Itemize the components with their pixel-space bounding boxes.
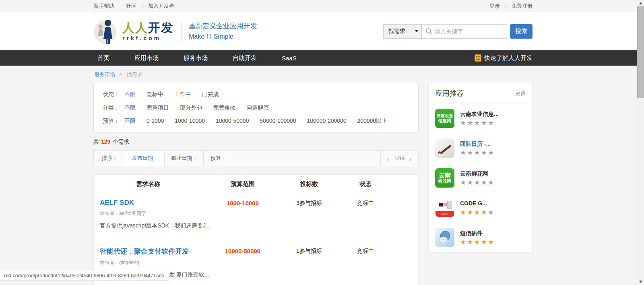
demand-publisher: 发布者：aelf大鱼同学 <box>94 210 396 217</box>
filter-option-unlimited[interactable]: 不限 <box>124 118 136 124</box>
arrow-down-icon: ↓ <box>194 155 197 161</box>
book-icon <box>475 54 481 62</box>
filter-panel: 状态： 不限 竞标中 工作中 已完成 分类： 不限 完整项目 部分外包 完善修改… <box>93 83 419 132</box>
demand-list: 需求名称 预算范围 投标数 状态 AELF SDK 1000-10000 3参与… <box>93 174 419 285</box>
app-icon-team-calendar <box>435 138 454 158</box>
app-icon-text: 鲜花网 <box>438 179 452 184</box>
count-prefix: 共 <box>93 138 99 145</box>
sort-option-publish-date[interactable]: 发布日期 ↓ <box>125 151 164 166</box>
app-icon-text: 信息网 <box>438 118 452 124</box>
main-column: 状态： 不限 竞标中 工作中 已完成 分类： 不限 完整项目 部分外包 完善修改… <box>93 83 419 285</box>
quick-intro-link[interactable]: 快速了解人人开发 <box>475 54 533 62</box>
filter-option-budget-2[interactable]: 1000-10000 <box>175 118 205 124</box>
scrollbar-up-button[interactable] <box>637 0 644 6</box>
filter-option-budget-3[interactable]: 10000-50000 <box>216 118 249 124</box>
sort-option-deadline[interactable]: 截止日期 ↓ <box>164 151 204 166</box>
pen-shape <box>440 145 451 155</box>
app-recommend-title: 应用推荐 <box>435 89 464 98</box>
nav-item-saas[interactable]: SaaS <box>278 55 297 62</box>
qr-code-shape <box>438 202 444 207</box>
header-status: 状态 <box>335 180 396 188</box>
arrow-down-icon: ↓ <box>155 155 157 161</box>
topbar-link-join-developer[interactable]: 加入开发者 <box>148 2 174 10</box>
app-info: 云南农业信息... ★★★★★ <box>460 110 499 127</box>
pagination-next-icon[interactable]: › <box>409 154 412 163</box>
stars-empty: ★ <box>488 209 495 216</box>
app-name: 云南鲜花网 <box>460 170 495 177</box>
sort-option-budget[interactable]: 预算 ↓ <box>203 151 232 166</box>
breadcrumb-separator: > <box>120 71 123 77</box>
app-name: 短信插件 <box>460 229 495 237</box>
filter-option-improvement[interactable]: 完善修改 <box>213 104 236 111</box>
demand-budget: 10000-50000 <box>202 247 283 256</box>
app-info: 云南鲜花网 ★★★★★ <box>460 170 495 186</box>
arrow-down-icon: ↓ <box>223 155 225 161</box>
app-item[interactable]: 短信插件 ★★★★★ <box>429 223 532 252</box>
count-suffix: 个需求 <box>112 138 129 145</box>
divider <box>506 4 506 8</box>
pagination-prev-icon[interactable]: ‹ <box>387 154 390 163</box>
filter-option-budget-5[interactable]: 100000-200000 <box>307 118 347 124</box>
more-link[interactable]: 更多 <box>515 90 526 97</box>
site-header: 人人开发 rrkf.com 重新定义企业应用开发 Make IT Simple … <box>0 12 644 50</box>
filter-option-budget-4[interactable]: 50000-100000 <box>260 118 296 124</box>
header-budget-range: 预算范围 <box>202 180 283 188</box>
divider <box>120 4 120 8</box>
search-category-select[interactable]: 找需求 <box>383 24 422 39</box>
demand-title-link[interactable]: 智能代还，聚合支付软件开发 <box>94 247 202 256</box>
search-input[interactable] <box>422 24 507 39</box>
filter-option-working[interactable]: 工作中 <box>174 91 191 97</box>
divider <box>181 21 182 42</box>
pagination-page-indicator: 1/13 <box>394 155 405 161</box>
demand-bid-count: 1参与招标 <box>283 247 335 256</box>
topbar-link-community[interactable]: 社区 <box>126 2 136 10</box>
site-logo[interactable]: 人人开发 rrkf.com <box>93 18 174 45</box>
topbar-link-register[interactable]: 免费注册 <box>512 2 533 10</box>
nav-item-service-market[interactable]: 服务市场 <box>180 54 208 62</box>
filter-option-budget-6[interactable]: 200000以上 <box>357 118 388 124</box>
demand-budget: 1000-10000 <box>202 199 283 207</box>
app-item[interactable]: 团队日历 -... ★★★★★ <box>429 133 532 163</box>
app-item[interactable]: 云南农业 信息网 云南农业信息... ★★★★★ <box>429 103 532 133</box>
filter-option-full-project[interactable]: 完整项目 <box>147 104 169 111</box>
tagline-line2: Make IT Simple <box>189 31 257 42</box>
breadcrumb-service-market[interactable]: 服务市场 <box>94 71 115 77</box>
nav-item-self-dev[interactable]: 自助开发 <box>229 54 257 62</box>
app-item[interactable]: 云南 鲜花网 云南鲜花网 ★★★★★ <box>429 163 532 193</box>
topbar-link-login[interactable]: 登录 <box>489 2 500 10</box>
sort-option-label: 发布日期 <box>132 155 153 162</box>
header-demand-name: 需求名称 <box>94 180 202 188</box>
filter-label: 分类： <box>103 104 120 111</box>
result-count: 共129个需求 <box>93 138 419 146</box>
app-info: 团队日历 -... ★★★★★ <box>460 140 495 157</box>
stars-empty: ★★★★★ <box>460 149 495 157</box>
nav-item-app-market[interactable]: 应用市场 <box>130 54 159 62</box>
app-recommend-header: 应用推荐 更多 <box>429 83 532 103</box>
quick-intro-label: 快速了解人人开发 <box>484 54 533 62</box>
scrollbar-down-button[interactable] <box>637 279 644 285</box>
app-item[interactable]: CODE Generator CODE G... ★★★★★ <box>429 193 532 223</box>
filter-option-completed[interactable]: 已完成 <box>202 91 219 97</box>
filter-option-bidding[interactable]: 竞标中 <box>147 91 163 97</box>
nav-item-home[interactable]: 首页 <box>93 54 109 62</box>
demand-status: 竞标中 <box>335 199 396 207</box>
vertical-scrollbar[interactable] <box>637 0 644 285</box>
filter-option-unlimited[interactable]: 不限 <box>124 104 136 111</box>
filter-option-qa[interactable]: 问题解答 <box>246 104 269 111</box>
sort-label: 排序： <box>94 151 125 166</box>
topbar-link-newbie-help[interactable]: 新手帮助 <box>93 2 114 10</box>
app-recommend-panel: 应用推荐 更多 云南农业 信息网 云南农业信息... ★★★★★ <box>428 83 533 253</box>
filter-option-unlimited[interactable]: 不限 <box>124 91 136 97</box>
filter-option-partial-outsource[interactable]: 部分外包 <box>180 104 202 111</box>
filter-label: 状态： <box>103 91 120 97</box>
scrollbar-thumb[interactable] <box>637 6 644 98</box>
demand-description: 官方提供javascript版本SDK，我们还需要J... <box>94 222 396 229</box>
filter-option-budget-1[interactable]: 0-1000 <box>147 118 164 124</box>
utility-topbar: 新手帮助 社区 加入开发者 登录 免费注册 <box>0 0 644 12</box>
search-icon <box>425 28 433 35</box>
app-name: 团队日历 -... <box>460 140 495 147</box>
stars-empty: ★★★★★ <box>460 179 495 186</box>
star-rating: ★★★★★ <box>460 179 495 186</box>
search-button[interactable]: 搜索 <box>510 24 533 39</box>
demand-title-link[interactable]: AELF SDK <box>94 199 202 207</box>
